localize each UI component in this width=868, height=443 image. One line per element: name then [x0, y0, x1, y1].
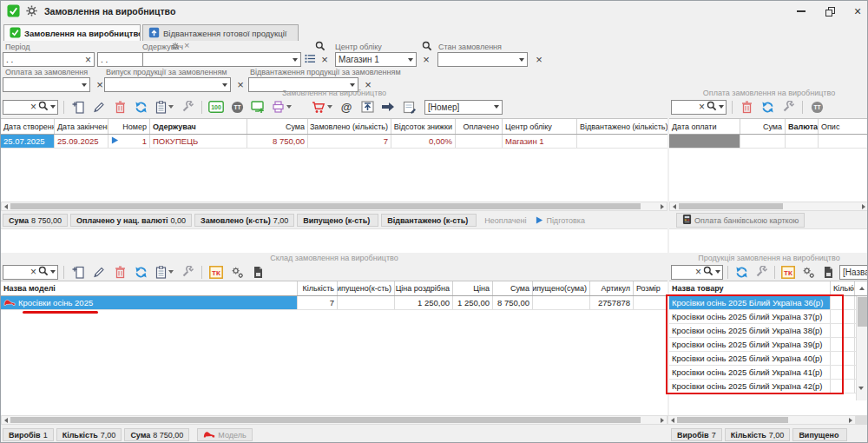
clear-icon[interactable]: ×: [30, 101, 36, 113]
scroll-right-icon[interactable]: [846, 416, 855, 424]
delete-trash-icon[interactable]: [111, 98, 128, 116]
tt-sphere-icon[interactable]: TT: [808, 98, 825, 116]
scroll-thumb[interactable]: [10, 203, 641, 209]
col-header[interactable]: Валюта: [786, 119, 819, 134]
document-edit-icon[interactable]: [400, 98, 418, 116]
search-icon[interactable]: [703, 266, 713, 278]
scroll-right-icon[interactable]: [658, 416, 667, 424]
scroll-down-icon[interactable]: [858, 390, 864, 400]
report-clipboard-icon[interactable]: [153, 263, 175, 281]
receiver-combo[interactable]: [142, 52, 301, 67]
search-icon[interactable]: [38, 266, 49, 278]
col-header[interactable]: Назва моделі: [1, 281, 298, 295]
barcode-100-icon[interactable]: 100: [207, 98, 225, 116]
col-header[interactable]: Кількість: [298, 281, 338, 295]
col-header[interactable]: Розмір: [634, 281, 667, 295]
clear-icon[interactable]: ×: [30, 266, 36, 278]
display-plus-icon[interactable]: [249, 98, 266, 116]
scroll-thumb[interactable]: [679, 203, 783, 209]
receiver-search-icon[interactable]: [315, 41, 326, 53]
export-document-icon[interactable]: [249, 263, 266, 281]
col-header[interactable]: Центр обліку: [503, 119, 577, 134]
scroll-thumb[interactable]: [858, 297, 867, 327]
col-header[interactable]: Номер: [108, 119, 150, 134]
composition-hscrollbar[interactable]: [1, 415, 667, 425]
col-header[interactable]: Відсоток знижки: [391, 119, 456, 134]
period-from-input[interactable]: . .×: [3, 52, 95, 67]
col-header[interactable]: Сума: [247, 119, 308, 134]
col-header[interactable]: Одержувач: [150, 119, 247, 134]
search-icon[interactable]: [38, 101, 49, 113]
delete-trash-icon[interactable]: [111, 263, 128, 281]
refresh-icon[interactable]: [759, 98, 776, 116]
tab-shipment[interactable]: Відвантаження готової продукції: [142, 24, 299, 41]
composition-search-input[interactable]: ×: [3, 265, 58, 280]
scroll-right-icon[interactable]: [859, 202, 868, 210]
col-header[interactable]: Дата створення: [1, 119, 55, 134]
payments-hscrollbar[interactable]: [669, 202, 868, 211]
receiver-list-icon[interactable]: [305, 54, 316, 65]
col-header[interactable]: Випущено(к-сть): [338, 281, 395, 295]
clear-icon[interactable]: ×: [695, 266, 701, 278]
tk-card-icon[interactable]: ТК: [207, 263, 225, 281]
center-clear-icon[interactable]: ×: [420, 52, 432, 67]
col-header[interactable]: Ціна: [453, 281, 493, 295]
col-header[interactable]: Оплачено: [456, 119, 503, 134]
report-clipboard-icon[interactable]: [153, 98, 175, 116]
settings-wrench-icon[interactable]: [179, 98, 196, 116]
tab-orders[interactable]: Замовлення на виробництво: [3, 24, 141, 41]
order-state-clear-icon[interactable]: ×: [533, 52, 545, 67]
scroll-up-icon[interactable]: [855, 281, 868, 295]
col-header[interactable]: Відвантажено (кількість): [577, 119, 667, 134]
settings-wrench-icon[interactable]: [179, 263, 196, 281]
col-header[interactable]: Артикул: [590, 281, 634, 295]
col-header[interactable]: Опис: [819, 119, 867, 134]
col-header[interactable]: Сума: [740, 119, 786, 134]
col-header[interactable]: Дата закінчення: [55, 119, 108, 134]
products-search-input[interactable]: ×: [671, 265, 723, 280]
forward-arrow-icon[interactable]: [379, 98, 397, 116]
restore-button[interactable]: [819, 1, 843, 22]
settings-wrench-icon[interactable]: [779, 98, 797, 116]
tt-sphere-icon[interactable]: TT: [228, 98, 246, 116]
cart-icon[interactable]: [310, 98, 334, 116]
col-header[interactable]: Замовлено (кількість): [308, 119, 391, 134]
email-at-icon[interactable]: @: [338, 98, 355, 116]
orders-hscrollbar[interactable]: [1, 202, 667, 211]
col-header[interactable]: Дата оплати: [669, 119, 740, 134]
scroll-thumb[interactable]: [677, 417, 788, 423]
composition-row[interactable]: Кросівки осінь 2025 7 1 250,00 1 250,00 …: [1, 296, 667, 310]
col-header[interactable]: Випущено(сума): [533, 281, 590, 295]
upload-box-icon[interactable]: [358, 98, 376, 116]
clear-icon[interactable]: ×: [699, 101, 705, 113]
refresh-icon[interactable]: [733, 263, 750, 281]
refresh-icon[interactable]: [132, 98, 149, 116]
refresh-icon[interactable]: [132, 263, 149, 281]
export-document-icon[interactable]: [819, 263, 837, 281]
scroll-right-icon[interactable]: [658, 202, 667, 210]
close-button[interactable]: ×: [846, 1, 868, 22]
add-document-icon[interactable]: [69, 98, 87, 116]
scroll-left-icon[interactable]: [668, 416, 677, 424]
order-state-combo[interactable]: [437, 52, 528, 67]
delete-trash-icon[interactable]: [738, 98, 755, 116]
scroll-left-icon[interactable]: [670, 202, 679, 210]
col-header[interactable]: Назва товару: [669, 281, 831, 295]
col-header[interactable]: Кількість: [831, 281, 855, 295]
center-search-icon[interactable]: [422, 41, 432, 53]
gears-icon[interactable]: [228, 263, 246, 281]
settings-wrench-icon[interactable]: [753, 263, 770, 281]
scroll-thumb[interactable]: [10, 417, 641, 423]
add-document-icon[interactable]: [69, 263, 87, 281]
edit-pencil-icon[interactable]: [90, 263, 108, 281]
receiver-clear-icon[interactable]: ×: [319, 52, 331, 67]
order-number-filter-combo[interactable]: [Номер]: [424, 100, 503, 115]
products-vscrollbar[interactable]: [856, 296, 868, 400]
payment-empty-row[interactable]: [669, 135, 868, 149]
col-header[interactable]: Ціна роздрібна: [395, 281, 453, 295]
payments-search-input[interactable]: ×: [671, 100, 727, 115]
edit-pencil-icon[interactable]: [90, 98, 108, 116]
orders-search-input[interactable]: ×: [3, 100, 58, 115]
gears-icon[interactable]: [799, 263, 817, 281]
minimize-button[interactable]: [789, 1, 813, 22]
